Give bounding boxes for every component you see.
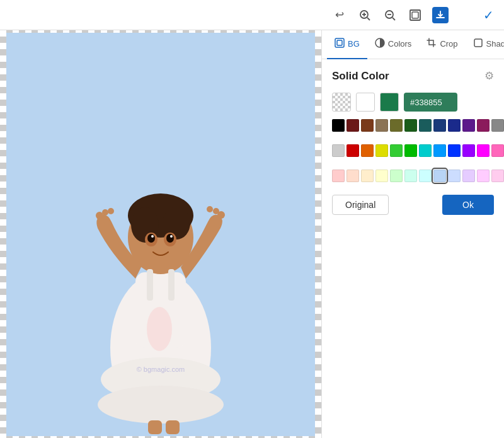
tab-bg-label: BG <box>348 39 360 49</box>
color-pastel-red[interactable] <box>332 170 345 182</box>
color-pastel-orange[interactable] <box>346 170 359 182</box>
bottom-buttons: Original Ok <box>332 195 494 215</box>
ok-button[interactable]: Ok <box>442 195 494 215</box>
zoom-in-icon[interactable] <box>357 7 373 23</box>
green-swatch[interactable] <box>380 93 399 112</box>
tab-bg[interactable]: BG <box>327 30 367 59</box>
color-magenta[interactable] <box>477 144 490 157</box>
tab-shadows-label: Shadows <box>486 39 504 49</box>
color-brown[interactable] <box>361 119 374 132</box>
color-pastel-cyan[interactable] <box>419 170 432 182</box>
svg-point-29 <box>213 208 219 214</box>
tab-crop-label: Crop <box>440 39 457 49</box>
svg-point-21 <box>147 234 155 243</box>
color-selector-row <box>332 93 494 112</box>
color-tan[interactable] <box>375 119 388 132</box>
color-pastel-blue[interactable] <box>433 170 446 182</box>
confirm-icon[interactable]: ✓ <box>483 8 494 23</box>
svg-rect-34 <box>168 269 175 301</box>
color-blue[interactable] <box>448 144 461 157</box>
svg-point-30 <box>207 206 213 212</box>
color-violet[interactable] <box>462 144 475 157</box>
color-hex-input[interactable] <box>404 93 457 112</box>
tab-colors[interactable]: Colors <box>367 30 420 59</box>
canvas-area: © bgmagic.com <box>0 30 321 438</box>
toolbar: ↩ <box>0 0 504 30</box>
color-orange[interactable] <box>361 144 374 157</box>
toolbar-icons: ↩ <box>331 7 449 23</box>
svg-line-5 <box>392 18 395 20</box>
color-yellow[interactable] <box>375 144 388 157</box>
color-pastel-violet[interactable] <box>462 170 475 182</box>
right-panel: BG Colors Crop <box>321 30 504 438</box>
color-pastel-yellow[interactable] <box>361 170 374 182</box>
svg-rect-31 <box>148 420 162 434</box>
shadows-tab-icon <box>473 38 483 50</box>
color-darkgreen[interactable] <box>404 119 417 132</box>
svg-point-26 <box>102 209 108 216</box>
color-silver[interactable] <box>332 144 345 157</box>
color-cyan[interactable] <box>419 144 432 157</box>
gear-icon[interactable]: ⚙ <box>484 69 494 83</box>
svg-point-13 <box>147 307 172 351</box>
color-lime[interactable] <box>390 144 403 157</box>
svg-point-11 <box>98 386 224 424</box>
section-header: Solid Color ⚙ <box>332 69 494 83</box>
color-skyblue[interactable] <box>433 144 446 157</box>
tab-crop[interactable]: Crop <box>419 30 465 59</box>
color-pastel-lime[interactable] <box>375 170 388 182</box>
color-pastel-pink[interactable] <box>477 170 490 182</box>
color-red[interactable] <box>346 144 359 157</box>
watermark: © bgmagic.com <box>137 366 185 373</box>
svg-point-24 <box>170 235 173 238</box>
svg-line-1 <box>367 18 370 20</box>
color-black[interactable] <box>332 119 345 132</box>
tabs-row: BG Colors Crop <box>322 30 504 59</box>
color-pastel-teal[interactable] <box>404 170 417 182</box>
image-frame: © bgmagic.com <box>6 33 315 436</box>
svg-rect-33 <box>147 269 153 301</box>
color-grid-row2 <box>332 144 494 157</box>
colors-tab-icon <box>375 38 385 50</box>
download-button[interactable] <box>432 7 449 23</box>
child-figure <box>60 83 261 436</box>
svg-point-23 <box>151 235 154 238</box>
color-green[interactable] <box>404 144 417 157</box>
svg-rect-38 <box>474 39 482 47</box>
toolbar-right: ↩ <box>321 7 504 23</box>
svg-point-22 <box>166 234 174 243</box>
panel-content: Solid Color ⚙ <box>322 59 504 438</box>
color-darkblue[interactable] <box>433 119 446 132</box>
transparent-swatch[interactable] <box>332 93 351 112</box>
white-swatch[interactable] <box>356 93 375 112</box>
svg-point-27 <box>108 208 114 214</box>
color-darkpink[interactable] <box>477 119 490 132</box>
color-pastel-rose[interactable] <box>491 170 504 182</box>
main-area: © bgmagic.com BG <box>0 30 504 438</box>
color-hotpink[interactable] <box>491 144 504 157</box>
color-grid-row1 <box>332 119 494 132</box>
color-gray[interactable] <box>491 119 504 132</box>
section-title: Solid Color <box>332 70 389 83</box>
color-navy[interactable] <box>448 119 461 132</box>
color-olive[interactable] <box>390 119 403 132</box>
zoom-out-icon[interactable] <box>382 7 398 23</box>
tab-colors-label: Colors <box>388 39 412 49</box>
svg-rect-35 <box>335 38 344 47</box>
color-pastel-green[interactable] <box>390 170 403 182</box>
svg-rect-36 <box>337 40 342 45</box>
color-darkred[interactable] <box>346 119 359 132</box>
original-button[interactable]: Original <box>332 195 389 215</box>
crop-tab-icon <box>427 38 437 50</box>
fit-icon[interactable] <box>407 7 423 23</box>
tab-shadows[interactable]: Shadows <box>466 30 504 59</box>
color-grid-row3 <box>332 170 494 182</box>
color-pastel-indigo[interactable] <box>448 170 461 182</box>
color-teal[interactable] <box>419 119 432 132</box>
svg-rect-8 <box>412 12 418 18</box>
svg-rect-32 <box>166 420 180 434</box>
undo-icon[interactable]: ↩ <box>331 7 348 23</box>
color-purple[interactable] <box>462 119 475 132</box>
bg-tab-icon <box>335 38 345 50</box>
